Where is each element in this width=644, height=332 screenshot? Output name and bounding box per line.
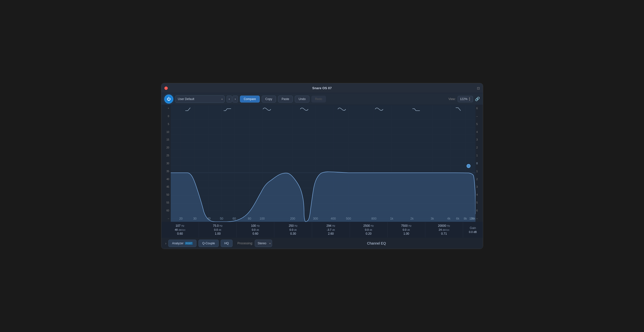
view-stepper-icon[interactable]: ▲▼: [468, 97, 471, 101]
band7-q: 1.00: [403, 232, 409, 235]
svg-text:4k: 4k: [447, 217, 450, 220]
rscale-4: 4: [476, 131, 483, 133]
svg-text:60: 60: [232, 217, 236, 220]
copy-button[interactable]: Copy: [262, 96, 276, 102]
scale-0: 0: [161, 115, 169, 118]
band6-freq: 2500 Hz: [363, 224, 374, 228]
band8-freq: 20000 Hz: [438, 224, 450, 228]
post-badge: POST: [185, 242, 193, 245]
analyzer-button[interactable]: Analyzer POST: [168, 240, 196, 247]
svg-text:50: 50: [220, 217, 223, 220]
rscale-0: 0: [476, 162, 483, 165]
bottom-title: Channel EQ: [367, 241, 386, 245]
gain-value: 0.0 dB: [469, 231, 477, 233]
eq-canvas[interactable]: 20 30 40 50 60 80 100 200 300 400 500 80…: [171, 105, 476, 222]
view-label: View:: [448, 97, 456, 101]
undo-button[interactable]: Undo: [295, 96, 310, 102]
band8-q: 0.71: [441, 232, 447, 235]
gain-label: Gain: [470, 226, 476, 230]
band-col-4: 250 Hz 0.0 dB 0.30: [274, 222, 312, 237]
title-bar-left: [164, 86, 168, 90]
q-couple-button[interactable]: Q-Couple: [198, 240, 218, 247]
scale-plus: +: [161, 107, 169, 110]
svg-text:30: 30: [193, 217, 196, 220]
paste-button[interactable]: Paste: [278, 96, 293, 102]
band7-freq: 7500 Hz: [401, 224, 412, 228]
close-button[interactable]: [164, 86, 168, 90]
bottom-bar: › Analyzer POST Q-Couple HQ Processing: …: [161, 237, 483, 249]
band6-db: 0.0 dB: [365, 228, 372, 231]
svg-text:80: 80: [248, 217, 251, 220]
rscale-1top: 1: [476, 154, 483, 157]
svg-text:1k: 1k: [390, 217, 394, 220]
scale-10: 10: [161, 131, 169, 133]
preset-dropdown-wrap: User Default ▾: [175, 95, 225, 103]
eq-curve-svg[interactable]: 20 30 40 50 60 80 100 200 300 400 500 80…: [171, 105, 476, 222]
band-col-6: 2500 Hz 0.0 dB 0.20: [350, 222, 388, 237]
band-icon-bell2[interactable]: [300, 106, 309, 112]
svg-text:400: 400: [331, 217, 336, 220]
band1-db: 48 dB/Oct: [175, 228, 185, 231]
svg-text:100: 100: [260, 217, 265, 220]
band-icon-bell3[interactable]: [337, 106, 346, 112]
svg-text:40: 40: [207, 217, 210, 220]
svg-text:800: 800: [371, 217, 376, 220]
processing-select[interactable]: Stereo: [255, 240, 272, 247]
rscale-5: 5: [476, 123, 483, 125]
toolbar: ⏻ User Default ▾ ‹ › Compare Copy Paste …: [161, 93, 483, 105]
band-icon-bell1[interactable]: [262, 106, 271, 112]
band-col-2: 75.0 Hz 0.0 dB 1.00: [199, 222, 237, 237]
power-button[interactable]: ⏻: [164, 95, 173, 103]
band3-freq: 100 Hz: [251, 224, 260, 228]
link-icon[interactable]: 🔗: [475, 97, 480, 101]
svg-text:20: 20: [179, 217, 182, 220]
band-col-5: 294 Hz -3.7 dB 2.60: [312, 222, 350, 237]
band-icon-highpass[interactable]: [185, 106, 195, 112]
expand-chevron-icon[interactable]: ›: [165, 241, 166, 245]
eq-area: + 0 5 10 15 20 25 30 35 40 45 50 55 60 –: [161, 105, 483, 222]
rscale-4bot: 4: [476, 193, 483, 196]
rscale-2: 2: [476, 146, 483, 149]
gain-col: Gain 0.0 dB: [463, 222, 483, 237]
hq-button[interactable]: HQ: [221, 240, 232, 247]
compare-button[interactable]: Compare: [240, 96, 260, 102]
view-value-display[interactable]: 122% ▲▼: [458, 96, 473, 102]
band-icon-bell4[interactable]: [375, 106, 384, 112]
eq-band-info: 107 Hz 48 dB/Oct 0.60 75.0 Hz 0.0 dB 1.0…: [161, 222, 483, 237]
band2-freq: 75.0 Hz: [213, 224, 222, 228]
band4-db: 0.0 dB: [290, 228, 297, 231]
band-col-1: 107 Hz 48 dB/Oct 0.60: [161, 222, 199, 237]
scale-35: 35: [161, 170, 169, 173]
band6-q: 0.20: [366, 232, 372, 235]
band2-q: 1.00: [215, 232, 220, 235]
band-icon-lowpass[interactable]: [451, 106, 461, 112]
eq-left-scale: + 0 5 10 15 20 25 30 35 40 45 50 55 60 –: [161, 105, 171, 222]
gain-handle[interactable]: [466, 164, 470, 168]
scale-50: 50: [161, 193, 169, 196]
window-title: Snare OS 07: [312, 86, 332, 90]
preset-dropdown[interactable]: User Default: [175, 95, 225, 103]
svg-text:20k: 20k: [470, 217, 476, 220]
svg-text:200: 200: [290, 217, 295, 220]
nav-back-button[interactable]: ‹: [226, 96, 232, 102]
scale-15: 15: [161, 138, 169, 141]
nav-forward-button[interactable]: ›: [232, 96, 238, 102]
band-icon-highshelf[interactable]: [412, 106, 423, 112]
nav-group: ‹ ›: [226, 96, 238, 102]
scale-20: 20: [161, 146, 169, 149]
band-icon-lowshelf[interactable]: [223, 106, 234, 112]
scale-55: 55: [161, 201, 169, 204]
eq-band-controls: [171, 105, 476, 113]
band1-freq: 107 Hz: [176, 224, 184, 228]
rscale-dash1: –: [476, 115, 483, 118]
window-resize-icon[interactable]: ⊡: [477, 86, 480, 90]
svg-text:300: 300: [313, 217, 318, 220]
rscale-3: 3: [476, 138, 483, 141]
svg-text:500: 500: [346, 217, 351, 220]
scale-45: 45: [161, 186, 169, 188]
title-bar: Snare OS 07 ⊡: [161, 83, 483, 93]
rscale-6bot: 6: [476, 209, 483, 212]
band3-db: 0.0 dB: [252, 228, 259, 231]
redo-button[interactable]: Redo: [311, 96, 326, 102]
band3-q: 0.60: [252, 232, 258, 235]
